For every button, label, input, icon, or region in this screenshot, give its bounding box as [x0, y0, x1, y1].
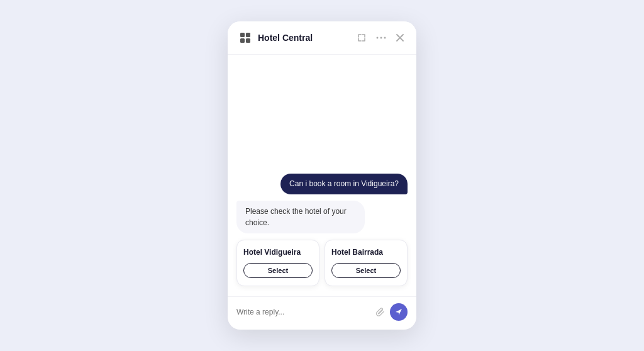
hotel-card-name-bairrada: Hotel Bairrada	[331, 248, 401, 257]
chat-header: Hotel Central	[228, 21, 416, 55]
svg-point-6	[384, 37, 386, 39]
select-button-vidigueira[interactable]: Select	[243, 263, 313, 278]
reply-input[interactable]	[236, 308, 371, 316]
user-message: Can i book a room in Vidigueira?	[280, 174, 408, 194]
attach-icon[interactable]	[376, 308, 385, 316]
svg-rect-2	[240, 38, 245, 43]
svg-rect-3	[246, 38, 250, 43]
svg-rect-1	[246, 33, 250, 37]
chat-body: Can i book a room in Vidigueira? Please …	[228, 55, 416, 296]
hotel-cards-row: Hotel Vidigueira Select Hotel Bairrada S…	[236, 240, 408, 286]
more-button[interactable]	[374, 35, 389, 40]
bot-message: Please check the hotel of your choice.	[236, 201, 365, 233]
header-title: Hotel Central	[258, 33, 350, 43]
hotel-card-bairrada: Hotel Bairrada Select	[325, 240, 408, 286]
header-actions	[355, 32, 406, 43]
select-button-bairrada[interactable]: Select	[331, 263, 401, 278]
close-button[interactable]	[394, 33, 406, 43]
svg-point-4	[377, 37, 379, 39]
hotel-icon	[238, 30, 253, 45]
send-button[interactable]	[390, 303, 408, 321]
svg-rect-0	[240, 33, 245, 37]
expand-button[interactable]	[355, 32, 369, 43]
hotel-card-vidigueira: Hotel Vidigueira Select	[236, 240, 319, 286]
svg-point-5	[380, 37, 382, 39]
chat-footer	[228, 296, 416, 330]
chat-widget: Hotel Central	[228, 21, 416, 330]
chat-spacer	[236, 65, 408, 167]
hotel-card-name-vidigueira: Hotel Vidigueira	[243, 248, 313, 257]
